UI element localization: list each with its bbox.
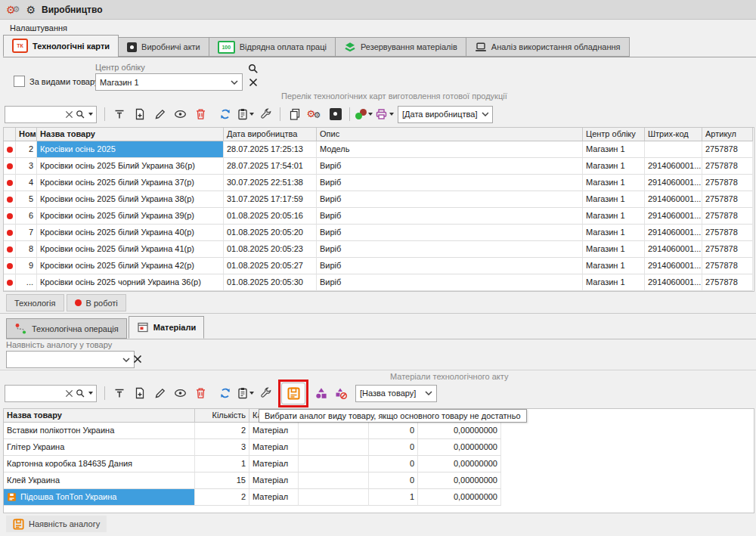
cell-date[interactable]: 31.07.2025 17:17:59 xyxy=(224,191,317,208)
cell-cat[interactable]: Матеріал xyxy=(249,423,299,439)
status-color-button[interactable] xyxy=(355,105,373,124)
cell-barcode[interactable]: 2914060001... xyxy=(645,225,702,241)
search-menu-icon[interactable] xyxy=(76,110,85,119)
cell-date[interactable]: 01.08.2025 20:05:30 xyxy=(224,274,317,291)
delete-button[interactable] xyxy=(191,105,210,124)
cell-status[interactable] xyxy=(4,175,16,191)
cell-desc[interactable]: Виріб xyxy=(317,274,583,291)
cell-status[interactable] xyxy=(4,208,16,225)
cell-cat[interactable]: Матеріал xyxy=(249,472,299,489)
cell-qty[interactable]: 15 xyxy=(195,472,249,489)
cell-extra[interactable]: 0 xyxy=(369,456,418,472)
cell-center[interactable]: Магазин 1 xyxy=(583,158,645,175)
cell-qty[interactable]: 1 xyxy=(195,456,249,472)
cell-barcode[interactable]: 2914060001... xyxy=(645,175,702,191)
cell-date[interactable]: 01.08.2025 20:05:23 xyxy=(224,241,317,258)
production-mode-button[interactable] xyxy=(326,105,345,124)
cell-desc[interactable]: Виріб xyxy=(317,208,583,225)
cell-cat[interactable]: Матеріал xyxy=(249,439,299,456)
paste-menu-button[interactable] xyxy=(236,384,255,403)
filter-button[interactable] xyxy=(110,105,129,124)
cell-name[interactable]: Кросівки осінь 2025 Білий Украина 36(р) xyxy=(37,158,224,175)
clear-search-icon[interactable] xyxy=(65,110,73,119)
cell-qty[interactable]: 2 xyxy=(195,423,249,439)
cell-name[interactable]: Вставки полікоттон Украина xyxy=(4,423,195,439)
cell-center[interactable]: Магазин 1 xyxy=(583,208,645,225)
cell-num[interactable]: ... xyxy=(16,274,37,291)
header-sku[interactable]: Артикул xyxy=(702,128,753,141)
service-button[interactable] xyxy=(256,384,275,403)
cell-center[interactable]: Магазин 1 xyxy=(583,191,645,208)
tab-tech-cards[interactable]: ТК Технологічні карти xyxy=(3,35,119,57)
header-desc[interactable]: Опис xyxy=(317,128,583,141)
filter-button[interactable] xyxy=(110,384,129,403)
cell-sku[interactable]: 2757878 xyxy=(702,225,753,241)
cell-extra[interactable] xyxy=(299,456,369,472)
service-button[interactable] xyxy=(256,105,275,124)
cell-extra[interactable] xyxy=(299,423,369,439)
add-record-button[interactable] xyxy=(130,105,149,124)
cell-extra[interactable] xyxy=(299,439,369,456)
product-kind-blocked-button[interactable] xyxy=(332,384,351,403)
materials-search-input[interactable] xyxy=(8,388,63,398)
cell-extra[interactable] xyxy=(299,489,369,506)
cell-extra[interactable]: 0 xyxy=(369,439,418,456)
cell-desc[interactable]: Виріб xyxy=(317,158,583,175)
cell-cat[interactable]: Матеріал xyxy=(249,489,299,506)
list-settings-button[interactable]: ⚙⚙ xyxy=(305,105,324,124)
copy-button[interactable] xyxy=(285,105,304,124)
cell-qty[interactable]: 3 xyxy=(195,439,249,456)
center-search-button[interactable] xyxy=(246,63,260,75)
cell-name[interactable]: Кросівки осінь 2025 білий Украина 42(р) xyxy=(37,258,224,274)
edit-button[interactable] xyxy=(150,105,169,124)
cell-name[interactable]: Кросівки осінь 2025 білий Украина 39(р) xyxy=(37,208,224,225)
cell-sku[interactable]: 2757878 xyxy=(702,241,753,258)
center-combobox[interactable]: Магазин 1 xyxy=(95,73,243,91)
edit-button[interactable] xyxy=(150,384,169,403)
cell-num[interactable]: 8 xyxy=(16,241,37,258)
cell-barcode[interactable]: 2914060001... xyxy=(645,274,702,291)
sort-combobox[interactable]: [Дата виробництва] (пр xyxy=(398,106,493,123)
cell-date[interactable]: 30.07.2025 22:51:38 xyxy=(224,175,317,191)
cards-search-input[interactable] xyxy=(8,109,63,119)
tab-production-acts[interactable]: Виробничі акти xyxy=(118,37,209,57)
cell-status[interactable] xyxy=(4,191,16,208)
cell-sku[interactable]: 2757878 xyxy=(702,141,753,158)
product-kind-button[interactable] xyxy=(311,384,330,403)
cell-num[interactable]: 9 xyxy=(16,258,37,274)
footer-tab-in-work[interactable]: В роботі xyxy=(67,294,126,311)
menu-settings[interactable]: Налаштування xyxy=(7,22,70,34)
cell-desc[interactable]: Виріб xyxy=(317,258,583,274)
cell-date[interactable]: 01.08.2025 20:05:20 xyxy=(224,225,317,241)
cell-status[interactable] xyxy=(4,274,16,291)
cell-barcode[interactable]: 2914060001... xyxy=(645,158,702,175)
cell-extra[interactable] xyxy=(299,472,369,489)
footer-tab-technology[interactable]: Технологія xyxy=(6,294,64,311)
cell-status[interactable] xyxy=(4,225,16,241)
cell-barcode[interactable]: 2914060001... xyxy=(645,191,702,208)
cell-desc[interactable]: Виріб xyxy=(317,191,583,208)
cell-center[interactable]: Магазин 1 xyxy=(583,258,645,274)
cell-desc[interactable]: Виріб xyxy=(317,225,583,241)
cell-date[interactable]: 28.07.2025 17:54:01 xyxy=(224,158,317,175)
cell-sku[interactable]: 2757878 xyxy=(702,158,753,175)
paste-menu-button[interactable] xyxy=(236,105,255,124)
cell-status[interactable] xyxy=(4,241,16,258)
cell-status[interactable] xyxy=(4,258,16,274)
cell-name[interactable]: Кросівки осінь 2025 білий Украина 41(р) xyxy=(37,241,224,258)
cell-sku[interactable]: 2757878 xyxy=(702,175,753,191)
cell-num[interactable]: 6 xyxy=(16,208,37,225)
header-num[interactable]: Номер xyxy=(16,128,37,141)
cell-extra[interactable]: 1 xyxy=(369,489,418,506)
cell-extra[interactable]: 0 xyxy=(369,423,418,439)
analog-clear-button[interactable] xyxy=(131,353,144,365)
refresh-button[interactable] xyxy=(215,105,234,124)
cell-date[interactable]: 28.07.2025 17:25:13 xyxy=(224,141,317,158)
header-name[interactable]: Назва товару xyxy=(37,128,224,141)
cell-sku[interactable]: 2757878 xyxy=(702,191,753,208)
cell-num[interactable]: 3 xyxy=(16,158,37,175)
cell-name[interactable]: Підошва ТопТоп Украина xyxy=(4,489,195,506)
cell-name[interactable]: Кросівки осінь 2025 чорний Украина 36(р) xyxy=(37,274,224,291)
delete-button[interactable] xyxy=(191,384,210,403)
cell-name[interactable]: Глітер Украина xyxy=(4,439,195,456)
